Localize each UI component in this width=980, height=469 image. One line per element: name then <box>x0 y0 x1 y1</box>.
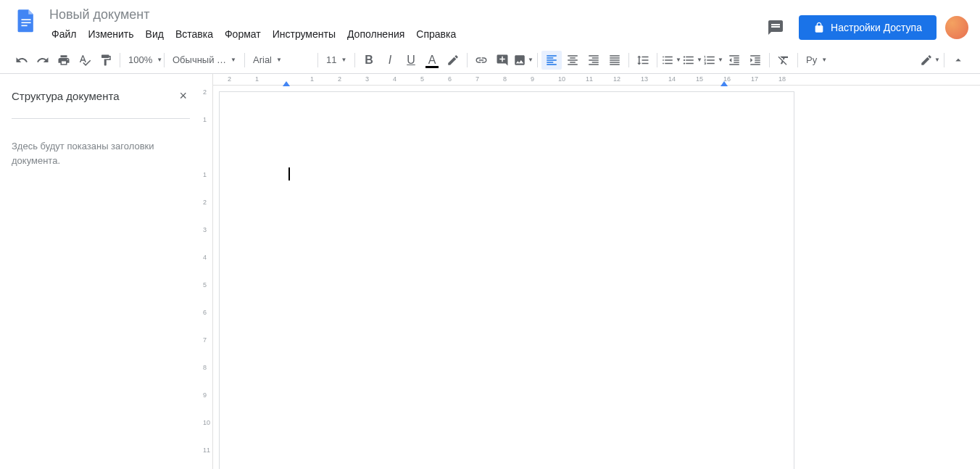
italic-button[interactable]: I <box>380 51 400 70</box>
separator <box>354 53 355 67</box>
text-color-button[interactable]: A <box>422 51 442 70</box>
ruler-tick: 8 <box>203 364 207 371</box>
ruler-tick: 1 <box>203 171 207 178</box>
redo-button[interactable] <box>33 51 53 70</box>
align-left-button[interactable] <box>541 51 562 70</box>
ruler-tick: 4 <box>203 254 207 261</box>
outline-header: Структура документа × <box>12 86 190 119</box>
paint-format-button[interactable] <box>96 51 116 70</box>
ruler-tick: 1 <box>203 116 207 123</box>
menu-help[interactable]: Справка <box>411 25 461 43</box>
align-center-button[interactable] <box>562 51 583 70</box>
share-button-label: Настройки Доступа <box>831 22 922 33</box>
separator <box>120 53 120 67</box>
title-area: Новый документ Файл Изменить Вид Вставка… <box>46 6 761 43</box>
ruler-tick: 8 <box>503 75 507 83</box>
document-page[interactable] <box>219 91 794 469</box>
header-right: Настройки Доступа <box>761 6 968 42</box>
ruler-tick: 7 <box>476 75 479 83</box>
ruler-tick: 9 <box>203 391 207 399</box>
separator <box>797 53 798 67</box>
ruler-tick: 10 <box>203 419 210 426</box>
spellcheck-button[interactable] <box>75 51 95 70</box>
ruler-tick: 5 <box>203 281 207 289</box>
vertical-ruler[interactable]: 2112345678910111213 <box>202 74 213 469</box>
comments-button[interactable] <box>761 13 790 42</box>
ruler-tick: 13 <box>641 75 648 83</box>
numbered-list-button[interactable]: ▼ <box>703 51 723 70</box>
separator <box>944 53 944 67</box>
ruler-tick: 18 <box>778 75 786 83</box>
menu-format[interactable]: Формат <box>220 25 266 43</box>
svg-rect-2 <box>21 25 27 27</box>
ruler-tick: 6 <box>448 75 452 83</box>
menu-addons[interactable]: Дополнения <box>342 25 410 43</box>
line-spacing-button[interactable] <box>633 51 653 70</box>
share-button[interactable]: Настройки Доступа <box>799 15 937 40</box>
underline-button[interactable]: U <box>401 51 421 70</box>
ruler-tick: 15 <box>696 75 703 83</box>
undo-button[interactable] <box>12 51 32 70</box>
menu-tools[interactable]: Инструменты <box>267 25 341 43</box>
insert-image-button[interactable]: ▼ <box>513 51 533 70</box>
hide-menus-button[interactable] <box>948 51 968 70</box>
ruler-tick: 2 <box>338 75 341 83</box>
menu-view[interactable]: Вид <box>141 25 169 43</box>
avatar[interactable] <box>945 16 968 39</box>
docs-logo-icon[interactable] <box>12 6 41 35</box>
increase-indent-button[interactable] <box>745 51 765 70</box>
align-justify-button[interactable] <box>605 51 625 70</box>
font-dropdown[interactable]: Arial▼ <box>249 51 314 70</box>
align-right-button[interactable] <box>584 51 604 70</box>
zoom-dropdown[interactable]: 100%▼ <box>124 51 160 70</box>
ruler-tick: 3 <box>203 226 207 233</box>
menu-insert[interactable]: Вставка <box>170 25 218 43</box>
document-container: 21123456789101112131415161718 <box>213 74 980 469</box>
horizontal-ruler[interactable]: 21123456789101112131415161718 <box>213 74 980 86</box>
ruler-tick: 11 <box>203 447 210 454</box>
input-tools-dropdown[interactable]: Ру▼ <box>802 51 831 70</box>
outline-empty-text: Здесь будут показаны заголовки документа… <box>12 139 190 167</box>
separator <box>467 53 468 67</box>
separator <box>657 53 657 67</box>
ruler-tick: 14 <box>668 75 676 83</box>
add-comment-button[interactable] <box>492 51 512 70</box>
separator <box>317 53 318 67</box>
separator <box>164 53 165 67</box>
document-title[interactable]: Новый документ <box>46 6 761 24</box>
clear-formatting-button[interactable] <box>773 51 794 70</box>
outline-title: Структура документа <box>12 90 119 102</box>
text-cursor <box>288 167 290 180</box>
svg-rect-1 <box>21 22 30 23</box>
toolbar: 100%▼ Обычный …▼ Arial▼ 11▼ B I U A ▼ ▼ … <box>0 46 980 74</box>
checklist-button[interactable]: ▼ <box>661 51 681 70</box>
ruler-tick: 5 <box>420 75 424 83</box>
outline-panel: Структура документа × Здесь будут показа… <box>0 74 202 469</box>
ruler-tick: 2 <box>228 75 231 83</box>
highlight-button[interactable] <box>443 51 463 70</box>
font-size-dropdown[interactable]: 11▼ <box>322 51 351 70</box>
print-button[interactable] <box>54 51 74 70</box>
style-dropdown[interactable]: Обычный …▼ <box>168 51 241 70</box>
ruler-tick: 7 <box>203 336 207 344</box>
editing-mode-button[interactable]: ▼ <box>920 51 940 70</box>
close-icon[interactable]: × <box>176 86 190 107</box>
menu-edit[interactable]: Изменить <box>83 25 138 43</box>
ruler-tick: 1 <box>310 75 314 83</box>
ruler-tick: 2 <box>203 199 207 206</box>
menubar: Файл Изменить Вид Вставка Формат Инструм… <box>46 25 761 43</box>
indent-marker-left[interactable] <box>283 81 290 86</box>
ruler-tick: 4 <box>393 75 396 83</box>
ruler-tick: 2 <box>203 88 207 96</box>
insert-link-button[interactable] <box>471 51 491 70</box>
decrease-indent-button[interactable] <box>724 51 744 70</box>
menu-file[interactable]: Файл <box>46 25 81 43</box>
main: Структура документа × Здесь будут показа… <box>0 74 980 469</box>
bold-button[interactable]: B <box>359 51 379 70</box>
ruler-tick: 12 <box>613 75 620 83</box>
bulleted-list-button[interactable]: ▼ <box>682 51 702 70</box>
header: Новый документ Файл Изменить Вид Вставка… <box>0 0 980 46</box>
ruler-tick: 11 <box>586 75 593 83</box>
svg-rect-0 <box>21 19 30 20</box>
separator <box>628 53 629 67</box>
